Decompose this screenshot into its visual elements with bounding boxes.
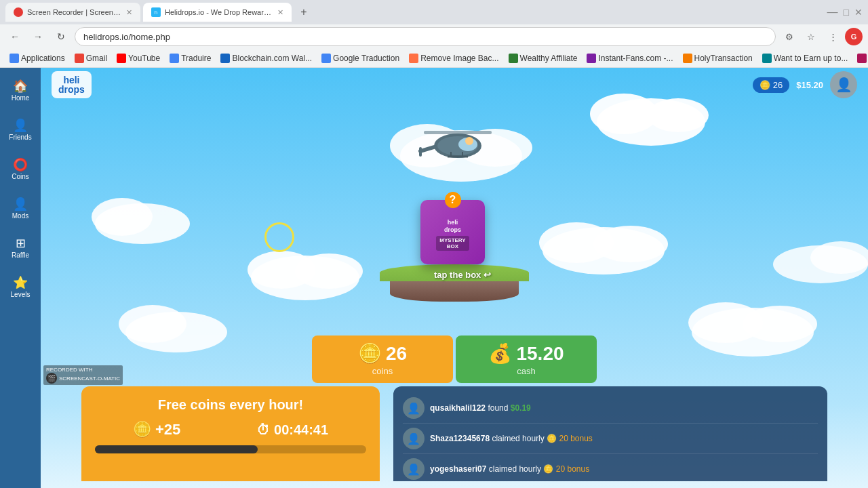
mystery-box[interactable]: ? helidrops MYSTERYBOX <box>420 200 485 264</box>
instant-fans-icon <box>587 54 596 63</box>
bookmark-apps-label: Applications <box>21 54 65 63</box>
bookmark-remove-img[interactable]: Remove Image Bac... <box>405 52 502 64</box>
bookmark-button[interactable]: ☆ <box>802 27 821 46</box>
recording-label: RECORDED WITH <box>46 367 120 373</box>
chrome-profile-icon[interactable]: G <box>845 28 863 45</box>
bookmark-apps[interactable]: Applications <box>5 52 69 64</box>
activity-bonus-3: 20 bonus <box>556 464 589 474</box>
helicopter-svg <box>414 119 502 173</box>
want-earn-icon <box>762 54 772 63</box>
bookmark-wealthy[interactable]: Wealthy Affiliate <box>505 52 582 64</box>
extensions-button[interactable]: ⚙ <box>780 27 799 46</box>
free-coins-title: Free coins every hour! <box>95 397 366 413</box>
new-tab-button[interactable]: + <box>294 3 313 22</box>
logo-box: heli drops <box>52 71 92 98</box>
activity-feed: 👤 qusaikhalil122 found $0.19 👤 Shaza1234… <box>393 386 827 481</box>
coins-score-number: 26 <box>386 343 407 365</box>
bookmark-google-trad-label: Google Traduction <box>333 54 399 63</box>
svg-line-25 <box>420 147 434 151</box>
free-coins-row: 🪙 +25 ⏱ 00:44:41 <box>95 421 366 439</box>
tab-heli-close[interactable]: ✕ <box>277 8 283 17</box>
timer-value: 00:44:41 <box>274 422 328 438</box>
coins-score-button[interactable]: 🪙 26 coins <box>312 336 453 383</box>
bookmark-instant-fans-label: Instant-Fans.com -... <box>598 54 673 63</box>
app-container: 🏠 Home 👤 Friends ⭕ Coins 👤 Mods ⊞ Raffle… <box>0 68 868 488</box>
address-text: helidrops.io/home.php <box>83 32 170 42</box>
activity-item-3: 👤 yogeshaseri07 claimed hourly 🪙 20 bonu… <box>403 454 818 485</box>
sidebar: 🏠 Home 👤 Friends ⭕ Coins 👤 Mods ⊞ Raffle… <box>0 68 41 488</box>
sidebar-item-raffle[interactable]: ⊞ Raffle <box>0 232 41 264</box>
traduire-icon <box>170 54 179 63</box>
recording-badge: RECORDED WITH 🎬 SCREENCAST-O-MATIC <box>43 365 123 385</box>
window-controls: — □ ✕ <box>624 6 863 18</box>
cash-badge: $15.20 <box>796 80 823 90</box>
bookmark-instant-fans[interactable]: Instant-Fans.com -... <box>583 52 677 64</box>
bookmark-utest[interactable]: uTest Academy <box>853 52 868 64</box>
address-bar[interactable]: helidrops.io/home.php <box>75 27 776 46</box>
raffle-icon: ⊞ <box>16 237 26 249</box>
forward-button[interactable]: → <box>28 27 47 46</box>
minimize-button[interactable]: — <box>827 6 838 18</box>
sidebar-item-coins[interactable]: ⭕ Coins <box>0 153 41 186</box>
cash-score-button[interactable]: 💰 15.20 cash <box>456 336 597 383</box>
bookmark-blockchain[interactable]: Blockchain.com Wal... <box>216 52 316 64</box>
activity-text-3: yogeshaseri07 claimed hourly 🪙 20 bonus <box>430 464 589 474</box>
bookmark-gmail[interactable]: Gmail <box>71 52 111 64</box>
box-body: helidrops MYSTERYBOX <box>420 200 485 264</box>
bottom-panels: Free coins every hour! 🪙 +25 ⏱ 00:44:41 <box>41 386 868 488</box>
screencast-logo-icon: 🎬 <box>46 373 57 384</box>
bookmark-wealthy-label: Wealthy Affiliate <box>520 54 578 63</box>
bookmark-traduire-label: Traduire <box>181 54 211 63</box>
bookmark-holy-label: HolyTransaction <box>694 54 753 63</box>
refresh-button[interactable]: ↻ <box>52 27 71 46</box>
maximize-button[interactable]: □ <box>844 7 849 18</box>
user-avatar[interactable]: 👤 <box>830 71 857 98</box>
tap-label-text: tap the box ↩ <box>434 270 491 280</box>
more-button[interactable]: ⋮ <box>823 27 842 46</box>
free-coins-amount: 🪙 +25 <box>133 421 180 439</box>
sidebar-levels-label: Levels <box>11 291 31 298</box>
sidebar-item-mods[interactable]: 👤 Mods <box>0 192 41 225</box>
bookmarks-bar: Applications Gmail YouTube Traduire Bloc… <box>0 49 868 68</box>
box-logo-text: helidrops <box>444 219 461 234</box>
bookmark-gmail-label: Gmail <box>86 54 107 63</box>
tab-screencast[interactable]: Screen Recorder | Screencast-O... ✕ <box>5 3 140 22</box>
back-button[interactable]: ← <box>5 27 24 46</box>
activity-coins-icon-3: 🪙 <box>543 464 553 474</box>
island-bottom <box>390 281 519 302</box>
toolbar-right: ⚙ ☆ ⋮ G <box>780 27 863 46</box>
activity-bonus-2: 20 bonus <box>559 434 592 443</box>
close-button[interactable]: ✕ <box>854 7 863 18</box>
logo[interactable]: heli drops <box>52 71 92 98</box>
friends-icon: 👤 <box>13 119 28 131</box>
bookmark-want-earn-label: Want to Earn up to... <box>774 54 848 63</box>
bookmark-google-trad[interactable]: Google Traduction <box>317 52 403 64</box>
levels-icon: ⭐ <box>13 277 28 289</box>
cursor-circle <box>264 222 294 252</box>
activity-avatar-1: 👤 <box>403 397 425 419</box>
top-bar: heli drops 🪙 26 $15.20 👤 <box>41 68 868 102</box>
heli-favicon: h <box>151 7 161 17</box>
sidebar-item-home[interactable]: 🏠 Home <box>0 75 41 107</box>
activity-user-3: yogeshaseri07 <box>430 464 486 474</box>
tab-screencast-label: Screen Recorder | Screencast-O... <box>27 8 122 16</box>
tab-screencast-close[interactable]: ✕ <box>126 8 132 17</box>
bookmark-traduire[interactable]: Traduire <box>165 52 215 64</box>
bookmark-youtube[interactable]: YouTube <box>113 52 164 64</box>
coins-icon: ⭕ <box>13 159 28 171</box>
sidebar-coins-label: Coins <box>12 173 29 180</box>
bookmark-holy[interactable]: HolyTransaction <box>679 52 757 64</box>
cash-score-label: cash <box>517 366 535 376</box>
bookmark-want-earn[interactable]: Want to Earn up to... <box>758 52 852 64</box>
free-coins-icon: 🪙 <box>133 421 151 439</box>
youtube-icon <box>117 54 126 63</box>
coins-score-icon: 🪙 <box>358 342 382 365</box>
remove-img-icon <box>409 54 418 63</box>
sidebar-item-friends[interactable]: 👤 Friends <box>0 114 41 146</box>
sidebar-item-levels[interactable]: ⭐ Levels <box>0 271 41 304</box>
free-coins-progress-container <box>95 445 366 453</box>
utest-icon <box>857 54 867 63</box>
free-coins-progress-fill <box>95 445 258 453</box>
screencast-favicon <box>14 7 23 17</box>
tab-heli[interactable]: h Helidrops.io - We Drop Rewards! ✕ <box>143 3 292 22</box>
